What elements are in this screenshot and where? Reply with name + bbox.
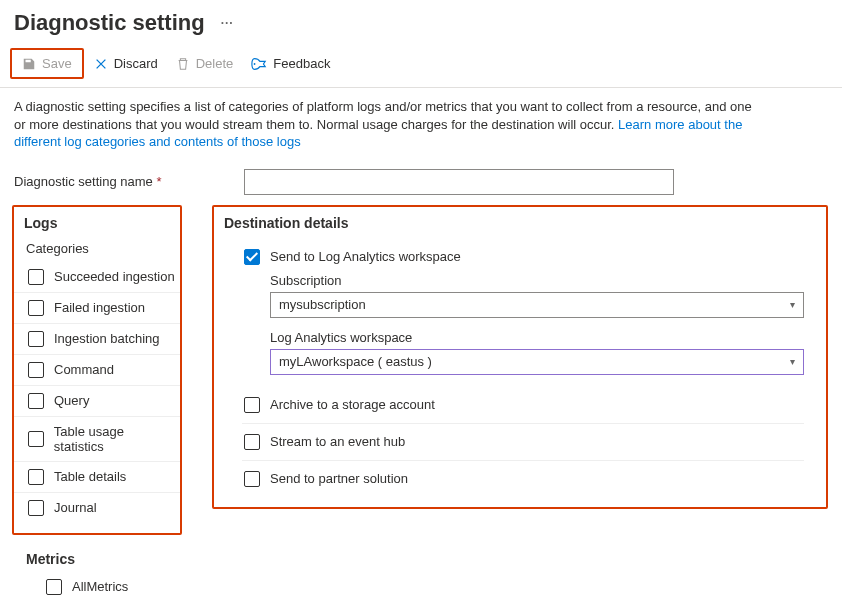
log-checkbox[interactable] [28,431,44,447]
feedback-button[interactable]: Feedback [243,52,338,75]
log-label: Failed ingestion [54,300,145,315]
more-menu[interactable]: ··· [221,16,234,30]
setting-name-input[interactable] [244,169,674,195]
log-checkbox[interactable] [28,469,44,485]
log-category[interactable]: Failed ingestion [14,293,180,324]
subscription-dropdown[interactable]: mysubscription ▾ [270,292,804,318]
categories-heading: Categories [14,231,180,262]
chevron-down-icon: ▾ [790,299,795,310]
log-checkbox[interactable] [28,269,44,285]
send-la-label: Send to Log Analytics workspace [270,249,461,264]
metric-checkbox[interactable] [46,579,62,595]
logs-panel: Logs Categories Succeeded ingestionFaile… [12,205,182,535]
description-text: A diagnostic setting specifies a list of… [0,88,780,155]
metrics-panel: Metrics AllMetrics [12,535,182,597]
log-category[interactable]: Table details [14,462,180,493]
log-label: Table details [54,469,126,484]
eventhub-row[interactable]: Stream to an event hub [242,424,804,461]
save-icon [22,57,36,71]
save-label: Save [42,56,72,71]
subscription-label: Subscription [270,273,804,288]
log-category[interactable]: Command [14,355,180,386]
archive-row[interactable]: Archive to a storage account [242,387,804,424]
eventhub-label: Stream to an event hub [270,434,405,449]
log-category[interactable]: Journal [14,493,180,523]
log-checkbox[interactable] [28,331,44,347]
log-label: Table usage statistics [54,424,176,454]
log-label: Journal [54,500,97,515]
partner-row[interactable]: Send to partner solution [242,461,804,497]
delete-label: Delete [196,56,234,71]
log-label: Query [54,393,89,408]
eventhub-checkbox[interactable] [244,434,260,450]
destination-panel: Destination details Send to Log Analytic… [212,205,828,509]
log-checkbox[interactable] [28,393,44,409]
log-checkbox[interactable] [28,362,44,378]
archive-label: Archive to a storage account [270,397,435,412]
la-workspace-dropdown[interactable]: myLAworkspace ( eastus ) ▾ [270,349,804,375]
svg-point-0 [254,63,256,65]
save-button[interactable]: Save [14,52,80,75]
discard-label: Discard [114,56,158,71]
log-category[interactable]: Query [14,386,180,417]
close-icon [94,57,108,71]
log-checkbox[interactable] [28,500,44,516]
destination-heading: Destination details [214,207,826,231]
la-workspace-value: myLAworkspace ( eastus ) [279,354,432,369]
discard-button[interactable]: Discard [86,52,166,75]
chevron-down-icon: ▾ [790,356,795,367]
log-category[interactable]: Ingestion batching [14,324,180,355]
feedback-label: Feedback [273,56,330,71]
log-checkbox[interactable] [28,300,44,316]
la-workspace-label: Log Analytics workspace [270,330,804,345]
toolbar: Save Discard Delete Feedback [0,44,842,88]
log-label: Ingestion batching [54,331,160,346]
archive-checkbox[interactable] [244,397,260,413]
log-label: Command [54,362,114,377]
trash-icon [176,57,190,71]
log-label: Succeeded ingestion [54,269,175,284]
delete-button[interactable]: Delete [168,52,242,75]
metrics-heading: Metrics [26,543,168,567]
page-title: Diagnostic setting [14,10,205,36]
metric-label: AllMetrics [72,579,128,594]
subscription-value: mysubscription [279,297,366,312]
log-category[interactable]: Succeeded ingestion [14,262,180,293]
log-category[interactable]: Table usage statistics [14,417,180,462]
feedback-icon [251,57,267,71]
send-la-row[interactable]: Send to Log Analytics workspace [242,239,804,267]
send-la-checkbox[interactable] [244,249,260,265]
partner-label: Send to partner solution [270,471,408,486]
setting-name-label: Diagnostic setting name * [14,174,244,189]
metric-allmetrics[interactable]: AllMetrics [26,567,168,597]
logs-heading: Logs [14,207,180,231]
partner-checkbox[interactable] [244,471,260,487]
